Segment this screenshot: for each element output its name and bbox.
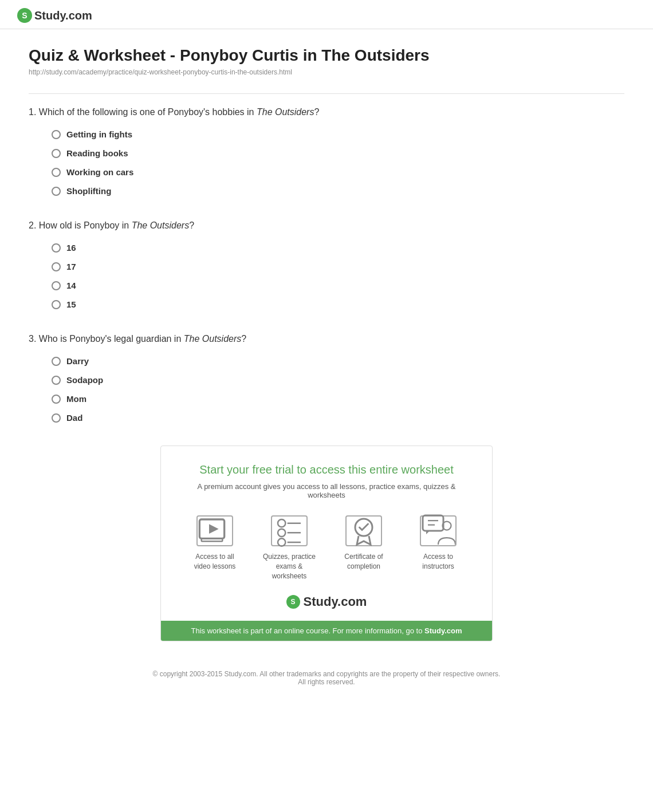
option-label-1-a: Getting in fights bbox=[66, 129, 132, 139]
question-2: 2. How old is Ponyboy in The Outsiders? … bbox=[29, 219, 624, 309]
option-2-b[interactable]: 17 bbox=[52, 262, 624, 271]
video-icon bbox=[198, 514, 232, 548]
feature-video-label: Access to allvideo lessons bbox=[194, 552, 236, 571]
option-label-1-d: Shoplifting bbox=[66, 186, 111, 196]
radio-1-c[interactable] bbox=[52, 168, 61, 177]
question-1-options: Getting in fights Reading books Working … bbox=[29, 129, 624, 196]
radio-3-a[interactable] bbox=[52, 357, 61, 366]
instructor-icon-box bbox=[420, 515, 457, 546]
footer-rights: All rights reserved. bbox=[29, 678, 624, 686]
option-label-3-c: Mom bbox=[66, 394, 86, 404]
option-2-d[interactable]: 15 bbox=[52, 299, 624, 309]
radio-2-d[interactable] bbox=[52, 300, 61, 309]
option-label-3-b: Sodapop bbox=[66, 375, 103, 385]
radio-3-c[interactable] bbox=[52, 395, 61, 404]
question-3-options: Darry Sodapop Mom Dad bbox=[29, 356, 624, 423]
option-3-d[interactable]: Dad bbox=[52, 413, 624, 423]
instructor-icon bbox=[421, 514, 455, 548]
svg-marker-2 bbox=[209, 524, 219, 534]
promo-inner: Start your free trial to access this ent… bbox=[161, 446, 492, 621]
svg-rect-1 bbox=[202, 538, 223, 541]
option-1-d[interactable]: Shoplifting bbox=[52, 186, 624, 196]
svg-point-3 bbox=[278, 519, 285, 527]
option-2-c[interactable]: 14 bbox=[52, 281, 624, 290]
radio-1-b[interactable] bbox=[52, 149, 61, 158]
option-1-a[interactable]: Getting in fights bbox=[52, 129, 624, 139]
option-label-2-c: 14 bbox=[66, 281, 76, 290]
option-label-1-c: Working on cars bbox=[66, 167, 133, 177]
promo-features: Access to allvideo lessons bbox=[178, 515, 475, 581]
header: S Study.com bbox=[0, 0, 653, 29]
site-logo: S Study.com bbox=[17, 8, 636, 23]
feature-cert: Certificate ofcompletion bbox=[335, 515, 392, 581]
quiz-icon bbox=[272, 514, 306, 548]
option-2-a[interactable]: 16 bbox=[52, 243, 624, 253]
video-icon-box bbox=[196, 515, 233, 546]
radio-2-b[interactable] bbox=[52, 262, 61, 271]
feature-video: Access to allvideo lessons bbox=[186, 515, 243, 581]
question-1-text: 1. Which of the following is one of Pony… bbox=[29, 105, 624, 119]
promo-logo-icon: S bbox=[286, 595, 300, 609]
option-label-2-d: 15 bbox=[66, 299, 76, 309]
radio-1-d[interactable] bbox=[52, 187, 61, 196]
option-3-a[interactable]: Darry bbox=[52, 356, 624, 366]
page-title: Quiz & Worksheet - Ponyboy Curtis in The… bbox=[29, 46, 624, 65]
promo-logo-text: Study.com bbox=[304, 594, 367, 609]
cert-icon bbox=[347, 514, 381, 548]
question-3-text: 3. Who is Ponyboy's legal guardian in Th… bbox=[29, 332, 624, 346]
radio-2-a[interactable] bbox=[52, 243, 61, 253]
logo-text: Study.com bbox=[34, 9, 92, 22]
option-3-b[interactable]: Sodapop bbox=[52, 375, 624, 385]
radio-3-b[interactable] bbox=[52, 376, 61, 385]
radio-2-c[interactable] bbox=[52, 281, 61, 290]
footer: © copyright 2003-2015 Study.com. All oth… bbox=[29, 659, 624, 703]
feature-cert-label: Certificate ofcompletion bbox=[344, 552, 383, 571]
logo-icon: S bbox=[17, 8, 32, 23]
cert-icon-box bbox=[345, 515, 382, 546]
option-label-1-b: Reading books bbox=[66, 148, 128, 158]
page-url: http://study.com/academy/practice/quiz-w… bbox=[29, 68, 624, 76]
svg-point-7 bbox=[278, 538, 285, 546]
question-3: 3. Who is Ponyboy's legal guardian in Th… bbox=[29, 332, 624, 423]
promo-container: Start your free trial to access this ent… bbox=[29, 446, 624, 641]
promo-box: Start your free trial to access this ent… bbox=[160, 446, 493, 641]
radio-1-a[interactable] bbox=[52, 130, 61, 139]
main-content: Quiz & Worksheet - Ponyboy Curtis in The… bbox=[0, 29, 653, 720]
option-label-3-d: Dad bbox=[66, 413, 82, 423]
option-label-2-a: 16 bbox=[66, 243, 76, 253]
feature-instructor-label: Access toinstructors bbox=[422, 552, 454, 571]
option-1-b[interactable]: Reading books bbox=[52, 148, 624, 158]
question-2-options: 16 17 14 15 bbox=[29, 243, 624, 309]
feature-quiz: Quizzes, practiceexams & worksheets bbox=[261, 515, 318, 581]
promo-logo: S Study.com bbox=[178, 594, 475, 609]
promo-subtitle: A premium account gives you access to al… bbox=[178, 482, 475, 499]
promo-banner: This worksheet is part of an online cour… bbox=[161, 621, 492, 641]
option-3-c[interactable]: Mom bbox=[52, 394, 624, 404]
promo-banner-link[interactable]: Study.com bbox=[424, 626, 462, 635]
header-divider bbox=[29, 93, 624, 94]
option-1-c[interactable]: Working on cars bbox=[52, 167, 624, 177]
option-label-3-a: Darry bbox=[66, 356, 89, 366]
promo-banner-text: This worksheet is part of an online cour… bbox=[191, 626, 424, 635]
footer-copyright: © copyright 2003-2015 Study.com. All oth… bbox=[29, 670, 624, 678]
svg-point-5 bbox=[278, 529, 285, 537]
svg-rect-10 bbox=[423, 515, 443, 531]
promo-title: Start your free trial to access this ent… bbox=[178, 463, 475, 476]
option-label-2-b: 17 bbox=[66, 262, 76, 271]
question-2-text: 2. How old is Ponyboy in The Outsiders? bbox=[29, 219, 624, 232]
quiz-icon-box bbox=[271, 515, 308, 546]
feature-quiz-label: Quizzes, practiceexams & worksheets bbox=[261, 552, 318, 581]
question-1: 1. Which of the following is one of Pony… bbox=[29, 105, 624, 196]
feature-instructor: Access toinstructors bbox=[410, 515, 467, 581]
radio-3-d[interactable] bbox=[52, 413, 61, 423]
